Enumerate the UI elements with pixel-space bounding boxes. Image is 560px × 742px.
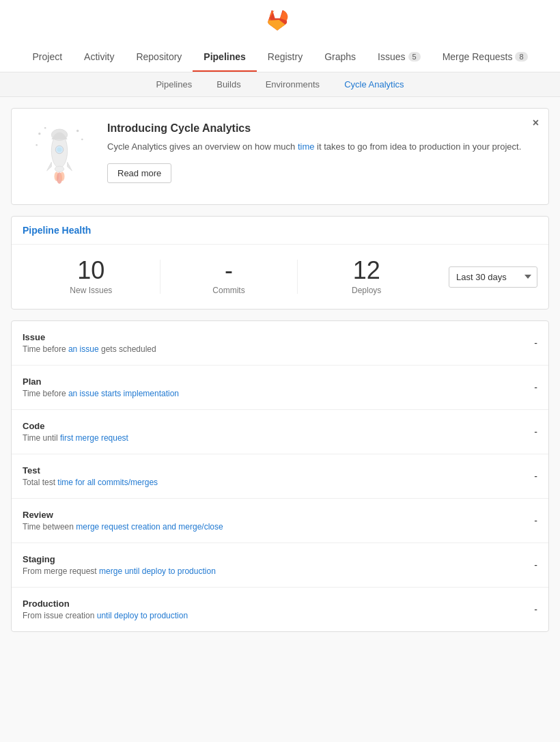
main-nav: Project Activity Repository Pipelines Re… — [21, 43, 538, 72]
stat-commits: - Commits — [160, 258, 298, 295]
cycle-item-issue: Issue Time before an issue gets schedule… — [12, 321, 548, 366]
cycle-item-test-left: Test Total test time for all commits/mer… — [23, 465, 158, 487]
cycle-item-staging-left: Staging From merge request merge until d… — [23, 554, 216, 576]
cycle-item-production-left: Production From issue creation until dep… — [23, 599, 188, 620]
pipeline-health-header: Pipeline Health — [12, 217, 548, 245]
svg-point-9 — [55, 166, 64, 171]
banner-highlight-time: time — [298, 141, 315, 152]
banner-text-content: Introducing Cycle Analytics Cycle Analyt… — [107, 122, 521, 183]
svg-point-2 — [36, 144, 37, 146]
sub-nav-environments[interactable]: Environments — [253, 72, 332, 96]
cycle-item-issue-value: - — [534, 338, 537, 348]
cycle-item-plan-left: Plan Time before an issue starts impleme… — [23, 376, 179, 398]
read-more-button[interactable]: Read more — [107, 163, 171, 183]
svg-point-3 — [76, 130, 79, 132]
cycle-item-plan-value: - — [534, 382, 537, 393]
gitlab-logo-icon — [266, 8, 294, 36]
banner-description: Cycle Analytics gives an overview on how… — [107, 140, 521, 154]
svg-point-0 — [38, 133, 40, 135]
nav-item-issues[interactable]: Issues 5 — [367, 43, 432, 72]
nav-item-pipelines[interactable]: Pipelines — [193, 43, 256, 72]
issues-badge: 5 — [408, 52, 421, 61]
merge-requests-badge: 8 — [515, 52, 527, 61]
cycle-analytics-list: Issue Time before an issue gets schedule… — [11, 320, 549, 632]
stat-label-deploys: Deploys — [298, 286, 435, 295]
pipeline-stats: 10 New Issues - Commits 12 Deploys Last … — [12, 245, 548, 309]
svg-point-4 — [81, 139, 83, 141]
nav-item-graphs[interactable]: Graphs — [313, 43, 367, 72]
cycle-item-plan: Plan Time before an issue starts impleme… — [12, 366, 548, 410]
stat-value-deploys: 12 — [298, 258, 435, 283]
nav-item-registry[interactable]: Registry — [257, 43, 313, 72]
nav-item-repository[interactable]: Repository — [125, 43, 193, 72]
stat-label-new-issues: New Issues — [23, 286, 160, 295]
stat-value-commits: - — [160, 258, 298, 283]
cycle-item-production-value: - — [534, 604, 537, 615]
cycle-item-review-desc: Time between merge request creation and … — [23, 522, 223, 532]
stat-new-issues: 10 New Issues — [23, 258, 160, 295]
cycle-item-issue-desc: Time before an issue gets scheduled — [23, 344, 156, 354]
cycle-item-code-desc: Time until first merge request — [23, 433, 128, 443]
cycle-item-production: Production From issue creation until dep… — [12, 588, 548, 631]
sub-nav-cycle-analytics[interactable]: Cycle Analytics — [332, 72, 416, 96]
nav-item-merge-requests[interactable]: Merge Requests 8 — [432, 43, 539, 72]
cycle-item-test: Test Total test time for all commits/mer… — [12, 454, 548, 499]
cycle-item-test-value: - — [534, 471, 537, 482]
svg-point-8 — [57, 148, 62, 152]
cycle-item-test-title: Test — [23, 465, 158, 476]
cycle-item-production-desc: From issue creation until deploy to prod… — [23, 611, 188, 620]
cycle-item-production-title: Production — [23, 599, 188, 609]
sub-nav: Pipelines Builds Environments Cycle Anal… — [0, 72, 560, 97]
cycle-item-staging: Staging From merge request merge until d… — [12, 543, 548, 588]
cycle-item-issue-title: Issue — [23, 332, 156, 342]
cycle-item-code-left: Code Time until first merge request — [23, 421, 128, 443]
stat-label-commits: Commits — [160, 286, 298, 295]
cycle-item-staging-value: - — [534, 560, 537, 571]
time-selector: Last 30 days Last 7 days Last 90 days — [449, 266, 537, 288]
rocket-illustration — [25, 122, 94, 191]
cycle-item-review-title: Review — [23, 510, 223, 520]
sub-nav-builds[interactable]: Builds — [204, 72, 253, 96]
cycle-item-plan-desc: Time before an issue starts implementati… — [23, 389, 179, 398]
pipeline-health-title: Pipeline Health — [23, 225, 537, 236]
cycle-item-staging-title: Staging — [23, 554, 216, 564]
sub-nav-pipelines[interactable]: Pipelines — [143, 72, 204, 96]
cycle-item-review: Review Time between merge request creati… — [12, 499, 548, 543]
cycle-item-review-value: - — [534, 515, 537, 526]
cycle-item-code: Code Time until first merge request - — [12, 410, 548, 454]
stat-value-new-issues: 10 — [23, 258, 160, 283]
nav-item-activity[interactable]: Activity — [73, 43, 125, 72]
time-period-dropdown[interactable]: Last 30 days Last 7 days Last 90 days — [449, 266, 537, 288]
banner-close-button[interactable]: × — [533, 117, 539, 129]
cycle-item-code-value: - — [534, 426, 537, 437]
cycle-item-code-title: Code — [23, 421, 128, 431]
nav-item-project[interactable]: Project — [21, 43, 73, 72]
stat-deploys: 12 Deploys — [298, 258, 435, 295]
logo-area — [266, 0, 294, 43]
banner-title: Introducing Cycle Analytics — [107, 122, 521, 135]
pipeline-health-section: Pipeline Health 10 New Issues - Commits … — [11, 216, 549, 310]
cycle-item-plan-title: Plan — [23, 376, 179, 387]
cycle-item-staging-desc: From merge request merge until deploy to… — [23, 566, 216, 576]
svg-point-12 — [60, 172, 65, 181]
intro-banner: Introducing Cycle Analytics Cycle Analyt… — [11, 108, 549, 205]
cycle-item-test-desc: Total test time for all commits/merges — [23, 478, 158, 487]
top-nav: Project Activity Repository Pipelines Re… — [0, 0, 560, 72]
cycle-item-issue-left: Issue Time before an issue gets schedule… — [23, 332, 156, 354]
main-content: Introducing Cycle Analytics Cycle Analyt… — [0, 97, 560, 643]
cycle-item-review-left: Review Time between merge request creati… — [23, 510, 223, 532]
svg-point-1 — [44, 127, 46, 129]
